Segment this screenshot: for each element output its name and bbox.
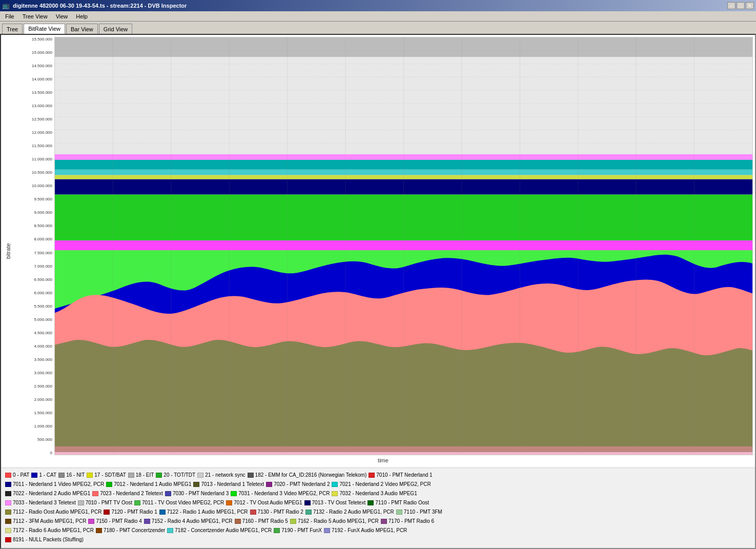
legend-color-box xyxy=(266,482,272,487)
y-tick: 15.000.000 xyxy=(32,50,52,55)
legend-item: 17 - SDT/BAT xyxy=(87,471,126,479)
legend-label: 7021 - Nederland 2 Video MPEG2, PCR xyxy=(339,480,431,489)
legend-item: 0 - PAT xyxy=(5,471,29,479)
y-tick: 2.500.000 xyxy=(34,384,52,389)
legend-label: 7162 - Radio 5 Audio MPEG1, PCR xyxy=(298,517,379,525)
legend-item: 7132 - Radio 2 Audio MPEG1, PCR xyxy=(305,508,394,516)
window-controls: ─ □ ✕ xyxy=(727,2,754,9)
tab-bitrate-view[interactable]: BitRate View xyxy=(24,24,65,34)
legend-label: 17 - SDT/BAT xyxy=(94,471,126,479)
y-tick: 5.500.000 xyxy=(34,304,52,309)
menu-help[interactable]: Help xyxy=(72,12,92,21)
y-axis: 15.500.00015.000.00014.500.00014.000.000… xyxy=(13,37,54,455)
legend-item: 7012 - TV Oost Audio MPEG1 xyxy=(226,499,302,507)
close-button[interactable]: ✕ xyxy=(746,2,754,9)
y-axis-label: bitrate xyxy=(3,37,13,465)
legend-item: 7013 - Nederland 1 Teletext xyxy=(193,480,264,489)
legend-label: 7011 - TV Oost Video MPEG2, PCR xyxy=(142,499,224,507)
y-tick: 10.000.000 xyxy=(32,184,52,188)
title-text: 📺 digitenne 482000 06-30 19-43-54.ts - s… xyxy=(2,2,187,9)
legend-color-box xyxy=(305,510,312,515)
legend-row: 0 - PAT1 - CAT16 - NIT17 - SDT/BAT18 - E… xyxy=(5,471,751,479)
legend-color-box xyxy=(96,528,102,533)
legend-label: 7170 - PMT Radio 6 xyxy=(389,517,434,525)
y-tick: 12.500.000 xyxy=(32,117,52,121)
legend-color-box xyxy=(332,491,338,496)
legend-item: 7010 - PMT Nederland 1 xyxy=(369,471,432,479)
legend-color-box xyxy=(274,528,280,533)
legend-item: 7162 - Radio 5 Audio MPEG1, PCR xyxy=(290,517,379,525)
minimize-button[interactable]: ─ xyxy=(727,2,735,9)
y-tick: 9.500.000 xyxy=(34,197,52,201)
menu-view[interactable]: View xyxy=(52,12,72,21)
legend-item: 7020 - PMT Nederland 2 xyxy=(266,480,330,489)
y-tick: 15.500.000 xyxy=(32,37,52,42)
legend-item: 7032 - Nederland 3 Audio MPEG1 xyxy=(332,490,417,498)
y-tick: 14.000.000 xyxy=(32,77,52,82)
maximize-button[interactable]: □ xyxy=(737,2,745,9)
legend-row: 7011 - Nederland 1 Video MPEG2, PCR7012 … xyxy=(5,480,751,489)
legend-item: 7010 - PMT TV Oost xyxy=(78,499,132,507)
legend-label: 7192 - FunX Audio MPEG1, PCR xyxy=(332,526,407,535)
legend-item: 7023 - Nederland 2 Teletext xyxy=(92,490,163,498)
legend-item: 7130 - PMT Radio 2 xyxy=(250,508,303,516)
legend-label: 7112 - Radio Oost Audio MPEG1, PCR xyxy=(13,508,101,516)
y-tick: 11.500.000 xyxy=(32,144,52,148)
tab-bar-view[interactable]: Bar View xyxy=(66,24,98,34)
legend-color-box xyxy=(231,491,237,496)
y-tick: 3.500.000 xyxy=(34,357,52,362)
menu-tree-view[interactable]: Tree View xyxy=(18,12,52,21)
legend-label: 7032 - Nederland 3 Audio MPEG1 xyxy=(339,490,417,498)
y-tick: 8.500.000 xyxy=(34,223,52,228)
tab-grid-view[interactable]: Grid View xyxy=(99,24,132,34)
legend-color-box xyxy=(304,500,311,505)
legend-color-box xyxy=(78,500,84,505)
legend-label: 7013 - TV Oost Teletext xyxy=(312,499,366,507)
legend-row: 7112 - Radio Oost Audio MPEG1, PCR7120 -… xyxy=(5,508,751,516)
y-tick: 7.500.000 xyxy=(34,251,52,255)
legend-row: 8191 - NULL Packets (Stuffing) xyxy=(5,536,751,544)
legend-label: 7012 - Nederland 1 Audio MPEG1 xyxy=(114,480,191,489)
legend-color-box xyxy=(31,473,37,478)
legend-item: 7112 - Radio Oost Audio MPEG1, PCR xyxy=(5,508,101,516)
chart-with-yaxis: 15.500.00015.000.00014.500.00014.000.000… xyxy=(13,37,753,455)
chart-plot[interactable] xyxy=(54,37,753,455)
legend-color-box xyxy=(367,500,374,505)
tab-tree[interactable]: Tree xyxy=(2,24,23,34)
legend-label: 1 - CAT xyxy=(39,471,56,479)
legend-color-box xyxy=(226,500,232,505)
legend-label: 16 - NIT xyxy=(66,471,85,479)
y-tick: 9.000.000 xyxy=(34,210,52,215)
legend-color-box xyxy=(396,510,402,515)
legend-item: 7170 - PMT Radio 6 xyxy=(381,517,434,525)
legend-item: 7160 - PMT Radio 5 xyxy=(235,517,288,525)
legend-label: 18 - EIT xyxy=(136,471,154,479)
legend-label: 182 - EMM for CA_ID:2816 (Norwegian Tele… xyxy=(255,471,367,479)
y-tick: 2.000.000 xyxy=(34,397,52,402)
legend-row: 7112 - 3FM Audio MPEG1, PCR7150 - PMT Ra… xyxy=(5,517,751,525)
legend-color-box xyxy=(235,519,241,524)
legend-label: 7033 - Nederland 3 Teletext xyxy=(13,499,76,507)
y-tick: 11.000.000 xyxy=(32,157,52,161)
legend-color-box xyxy=(167,528,173,533)
legend-label: 7190 - PMT FunX xyxy=(281,526,322,535)
legend-item: 7192 - FunX Audio MPEG1, PCR xyxy=(324,526,407,535)
legend-item: 7112 - 3FM Audio MPEG1, PCR xyxy=(5,517,86,525)
menu-file[interactable]: File xyxy=(1,12,18,21)
legend-item: 16 - NIT xyxy=(58,471,85,479)
legend-color-box xyxy=(248,473,254,478)
y-tick: 1.500.000 xyxy=(34,411,52,415)
legend-item: 7021 - Nederland 2 Video MPEG2, PCR xyxy=(332,480,431,489)
legend-item: 182 - EMM for CA_ID:2816 (Norwegian Tele… xyxy=(248,471,367,479)
legend-color-box xyxy=(5,500,11,505)
y-tick: 12.000.000 xyxy=(32,130,52,135)
legend-color-box xyxy=(104,510,110,515)
svg-rect-53 xyxy=(55,446,752,455)
legend-item: 7013 - TV Oost Teletext xyxy=(304,499,366,507)
y-tick: 7.000.000 xyxy=(34,264,52,269)
legend-label: 20 - TOT/TDT xyxy=(164,471,195,479)
y-tick: 1.000.000 xyxy=(34,424,52,429)
legend-color-box xyxy=(87,473,93,478)
legend-label: 7150 - PMT Radio 4 xyxy=(96,517,141,525)
legend-color-box xyxy=(381,519,387,524)
